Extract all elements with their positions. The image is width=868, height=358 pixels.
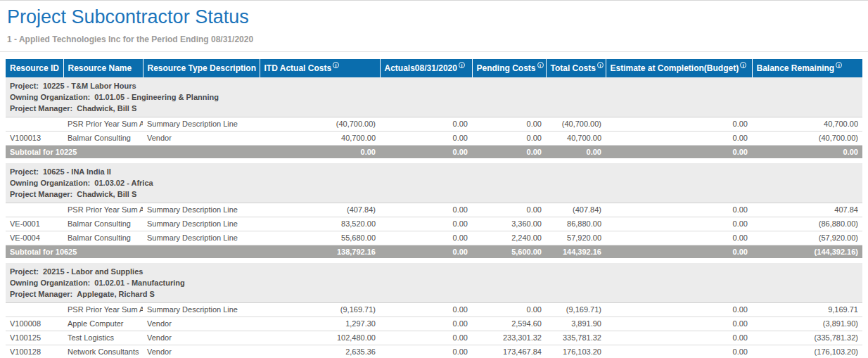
cell-resource-name: Balmar Consulting bbox=[63, 217, 143, 231]
subtotal-label: Subtotal for 10225 bbox=[6, 146, 260, 159]
column-header-label: Resource ID bbox=[10, 63, 59, 73]
cell-balance-remaining: (335,781.32) bbox=[752, 331, 862, 345]
subtotal-estimate-at-completion-budget: 0.00 bbox=[606, 146, 752, 159]
project-value: 20215 - Labor and Supplies bbox=[43, 267, 143, 276]
cell-pending-costs: 0.00 bbox=[472, 303, 546, 317]
table-row: PSR Prior Year Sum AdjSummary Descriptio… bbox=[6, 203, 862, 217]
cell-pending-costs: 0.00 bbox=[472, 132, 546, 146]
subtotal-label: Subtotal for 10625 bbox=[6, 245, 260, 259]
info-icon[interactable]: i bbox=[836, 62, 842, 68]
cell-resource-type-description: Vendor bbox=[143, 317, 260, 331]
table-row: VE-0001Balmar ConsultingSummary Descript… bbox=[6, 217, 862, 231]
column-header-label: Total Costs bbox=[551, 63, 596, 73]
cell-balance-remaining: 40,700.00 bbox=[752, 117, 862, 132]
cell-actuals08-31-2020: 0.00 bbox=[380, 132, 472, 146]
owning-organization-label: Owning Organization: bbox=[10, 279, 90, 287]
table-row: VE-0004Balmar ConsultingSummary Descript… bbox=[6, 231, 862, 245]
cell-resource-name: Balmar Consulting bbox=[63, 231, 143, 245]
column-header-pending-costs: Pending Costsi bbox=[472, 59, 546, 77]
cell-total-costs: (40,700.00) bbox=[546, 117, 606, 132]
cell-pending-costs: 0.00 bbox=[472, 117, 546, 132]
project-manager-value: Chadwick, Bill S bbox=[77, 190, 136, 198]
cell-resource-name: PSR Prior Year Sum Adj bbox=[63, 203, 143, 217]
cell-itd-actual-costs: 83,520.00 bbox=[260, 217, 380, 231]
table-row: V100128Network ConsultantsVendor2,635.36… bbox=[6, 345, 862, 358]
cell-actuals08-31-2020: 0.00 bbox=[380, 303, 472, 317]
column-header-itd-actual-costs: ITD Actual Costsi bbox=[260, 59, 380, 77]
info-icon[interactable]: i bbox=[537, 62, 544, 68]
info-icon[interactable]: i bbox=[333, 62, 339, 68]
cell-itd-actual-costs: 102,480.00 bbox=[260, 331, 380, 345]
project-manager-value: Chadwick, Bill S bbox=[77, 104, 136, 113]
cell-balance-remaining: (3,891.90) bbox=[752, 317, 862, 331]
cell-total-costs: 40,700.00 bbox=[546, 132, 606, 146]
cell-estimate-at-completion-budget: 0.00 bbox=[606, 117, 752, 132]
cell-balance-remaining: (40,700.00) bbox=[752, 132, 862, 146]
owning-organization-line: Owning Organization:01.01.05 - Engineeri… bbox=[10, 91, 858, 103]
cell-resource-id: V100125 bbox=[6, 331, 63, 345]
cell-total-costs: 57,920.00 bbox=[546, 231, 606, 245]
cell-total-costs: 176,103.20 bbox=[546, 345, 606, 358]
cell-balance-remaining: (176,103.20) bbox=[752, 345, 862, 358]
owning-organization-line: Owning Organization:01.02.01 - Manufactu… bbox=[10, 277, 858, 288]
cell-resource-id: VE-0004 bbox=[6, 231, 63, 245]
project-line: Project:10625 - INA India II bbox=[10, 166, 858, 177]
cell-resource-type-description: Vendor bbox=[143, 345, 260, 358]
project-group-header: Project:20215 - Labor and SuppliesOwning… bbox=[6, 263, 862, 303]
info-icon[interactable]: i bbox=[459, 62, 465, 68]
cell-itd-actual-costs: (407.84) bbox=[260, 203, 380, 217]
subtotal-row: Subtotal for 10625138,792.160.005,600.00… bbox=[6, 245, 862, 259]
subtotal-itd-actual-costs: 138,792.16 bbox=[260, 245, 380, 259]
table-row: V100013Balmar ConsultingVendor40,700.000… bbox=[6, 132, 862, 146]
project-line: Project:10225 - T&M Labor Hours bbox=[10, 80, 858, 91]
subtotal-row: Subtotal for 102250.000.000.000.000.000.… bbox=[6, 146, 862, 159]
owning-organization-value: 01.01.05 - Engineering & Planning bbox=[94, 93, 219, 101]
info-icon[interactable]: i bbox=[740, 62, 746, 68]
column-header-estimate-at-completion-budget: Estimate at Completion(Budget)i bbox=[606, 59, 752, 77]
cell-resource-id: V100013 bbox=[6, 132, 63, 146]
cell-estimate-at-completion-budget: 0.00 bbox=[606, 331, 752, 345]
project-manager-line: Project Manager:Applegate, Richard S bbox=[10, 288, 858, 300]
cell-resource-id bbox=[6, 203, 63, 217]
cell-estimate-at-completion-budget: 0.00 bbox=[606, 217, 752, 231]
column-header-total-costs: Total Costsi bbox=[546, 59, 606, 77]
cell-resource-type-description: Vendor bbox=[143, 331, 260, 345]
cell-balance-remaining: 9,169.71 bbox=[752, 303, 862, 317]
cell-resource-name: Network Consultants bbox=[63, 345, 143, 358]
cell-actuals08-31-2020: 0.00 bbox=[380, 345, 472, 358]
column-header-label: ITD Actual Costs bbox=[264, 63, 332, 73]
cell-pending-costs: 173,467.84 bbox=[472, 345, 546, 358]
column-header-actuals08-31-2020: Actuals08/31/2020i bbox=[380, 59, 472, 77]
cell-balance-remaining: 407.84 bbox=[752, 203, 862, 217]
cell-estimate-at-completion-budget: 0.00 bbox=[606, 203, 752, 217]
cell-estimate-at-completion-budget: 0.00 bbox=[606, 303, 752, 317]
table-row: V100125Test LogisticsVendor102,480.000.0… bbox=[6, 331, 862, 345]
cell-itd-actual-costs: 55,680.00 bbox=[260, 231, 380, 245]
table-row: PSR Prior Year Sum AdjSummary Descriptio… bbox=[6, 117, 862, 132]
cell-total-costs: (9,169.71) bbox=[546, 303, 606, 317]
cell-estimate-at-completion-budget: 0.00 bbox=[606, 132, 752, 146]
cell-pending-costs: 2,240.00 bbox=[472, 231, 546, 245]
table-container: Resource IDResource NameResource Type De… bbox=[0, 52, 868, 358]
column-header-resource-type-description: Resource Type Description bbox=[143, 59, 260, 77]
cell-total-costs: 3,891.90 bbox=[546, 317, 606, 331]
subtotal-actuals08-31-2020: 0.00 bbox=[380, 245, 472, 259]
column-header-label: Estimate at Completion(Budget) bbox=[611, 63, 739, 73]
info-icon[interactable]: i bbox=[597, 62, 604, 68]
cell-pending-costs: 0.00 bbox=[472, 203, 546, 217]
table-row: PSR Prior Year Sum AdjSummary Descriptio… bbox=[6, 303, 862, 317]
owning-organization-value: 01.03.02 - Africa bbox=[94, 179, 153, 187]
cell-resource-name: Apple Computer bbox=[63, 317, 143, 331]
column-header-label: Actuals08/31/2020 bbox=[385, 63, 457, 73]
cell-resource-type-description: Summary Description Line bbox=[143, 303, 260, 317]
cell-actuals08-31-2020: 0.00 bbox=[380, 217, 472, 231]
cell-itd-actual-costs: 40,700.00 bbox=[260, 132, 380, 146]
table-row: V100008Apple ComputerVendor1,297.300.002… bbox=[6, 317, 862, 331]
page-title: Project Subcontractor Status bbox=[7, 6, 861, 28]
cell-balance-remaining: (57,920.00) bbox=[752, 231, 862, 245]
subcontractor-status-table: Resource IDResource NameResource Type De… bbox=[6, 59, 862, 358]
column-header-resource-name: Resource Name bbox=[63, 59, 143, 77]
cell-resource-name: Balmar Consulting bbox=[63, 132, 143, 146]
subtotal-estimate-at-completion-budget: 0.00 bbox=[606, 245, 752, 259]
project-manager-value: Applegate, Richard S bbox=[77, 290, 155, 298]
